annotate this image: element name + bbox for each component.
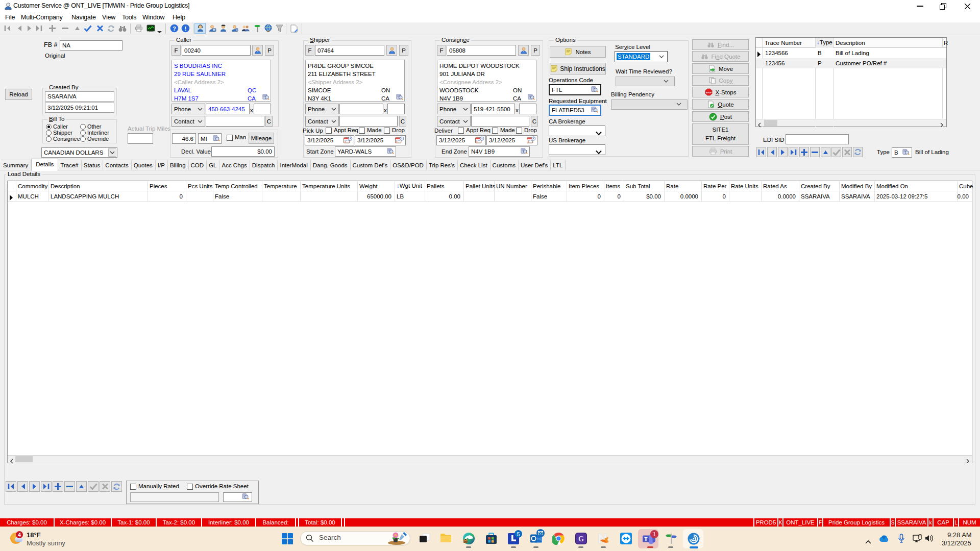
svg-text:!: ! bbox=[185, 26, 187, 32]
svg-text:G: G bbox=[578, 535, 584, 543]
svg-text:?: ? bbox=[173, 26, 176, 32]
svg-text:STOP: STOP bbox=[705, 91, 712, 94]
